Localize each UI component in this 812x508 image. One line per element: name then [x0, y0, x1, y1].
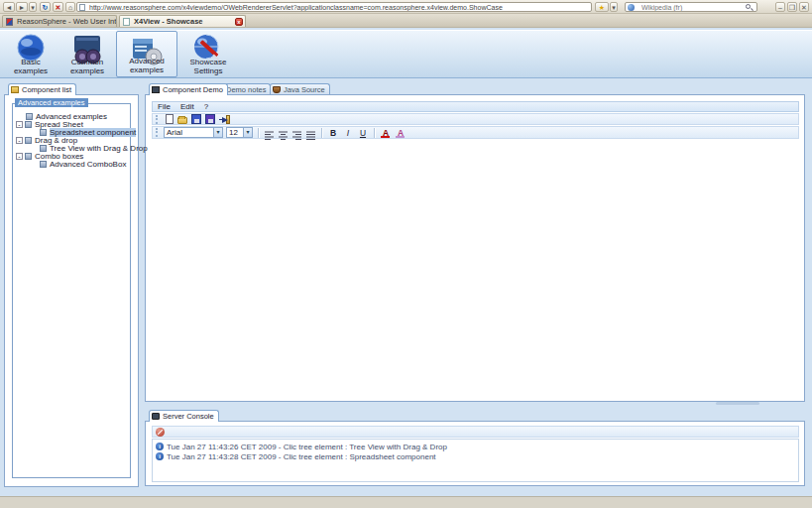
minimize-button[interactable]: – [775, 2, 785, 12]
bookmark-dropdown-icon[interactable]: ▾ [610, 2, 618, 12]
exit-icon[interactable] [219, 114, 230, 125]
back-icon[interactable]: ◄ [3, 2, 15, 12]
toolbar-separator [258, 128, 259, 138]
launcher-label: Basic examples [4, 58, 58, 75]
bookmark-star-icon[interactable]: ★ [595, 2, 609, 12]
launcher-showcase-settings[interactable]: Showcase Settings [179, 31, 237, 77]
collapse-icon[interactable]: - [16, 137, 23, 144]
component-icon [25, 137, 32, 144]
tree-item-label: Advanced ComboBox [50, 160, 126, 169]
home-icon[interactable]: ⌂ [65, 2, 75, 12]
align-justify-icon[interactable] [305, 127, 316, 138]
font-color-button[interactable]: A [380, 128, 392, 138]
search-icon[interactable] [746, 4, 751, 9]
collapse-icon[interactable]: - [16, 153, 23, 160]
stop-icon[interactable]: ✕ [53, 2, 63, 12]
groupbox-legend: Advanced examples [15, 98, 88, 107]
tab-label: Server Console [163, 412, 214, 421]
launcher-label: Common examples [59, 58, 115, 75]
font-size-value: 12 [229, 128, 238, 137]
close-button[interactable]: ✕ [799, 2, 809, 12]
browser-tab-reasonsphere[interactable]: ReasonSphere - Web User Interface Fr... [2, 15, 117, 27]
font-size-select[interactable]: 12 ▾ [226, 127, 253, 138]
search-input[interactable] [625, 2, 757, 12]
browser-tab-label: X4View - Showcase [134, 17, 202, 26]
tree-item-advanced-combobox[interactable]: Advanced ComboBox [40, 161, 126, 169]
highlight-color-button[interactable]: A [395, 128, 406, 138]
toolbar-grip[interactable] [156, 115, 159, 124]
font-color-swatch [381, 136, 390, 138]
tab-label: Component Demo [163, 85, 223, 94]
component-icon [40, 129, 47, 136]
open-folder-icon[interactable] [177, 114, 188, 125]
toolbar-separator [321, 128, 322, 138]
tab-component-demo[interactable]: Component Demo [149, 83, 228, 95]
splitter-handle[interactable] [716, 402, 759, 405]
save-as-icon[interactable] [205, 114, 216, 125]
clear-console-icon[interactable] [156, 428, 165, 437]
log-entry: iTue Jan 27 11:43:26 CET 2009 - Clic tre… [156, 443, 447, 451]
chevron-down-icon[interactable]: ▾ [213, 128, 222, 137]
browser-navbar: ◄ ► ▾ ↻ ✕ ⌂ ★ ▾ – ❐ ✕ [0, 0, 812, 14]
log-entry-text: Tue Jan 27 11:43:26 CET 2009 - Clic tree… [167, 443, 447, 451]
page-favicon-icon [123, 18, 130, 26]
font-family-value: Arial [167, 128, 182, 137]
highlight-swatch [396, 136, 405, 138]
search-engine-icon[interactable] [628, 4, 635, 11]
format-toolbar: Arial ▾ 12 ▾ B I U A A [152, 126, 799, 139]
tab-close-icon[interactable]: x [235, 18, 243, 26]
tab-server-console[interactable]: Server Console [149, 410, 219, 422]
align-left-icon[interactable] [264, 127, 275, 138]
forward-icon[interactable]: ► [16, 2, 28, 12]
file-toolbar [152, 113, 799, 125]
component-demo-panel [145, 94, 805, 402]
tab-label: Component list [22, 85, 71, 94]
new-document-icon[interactable] [164, 114, 174, 125]
launcher-label: Showcase Settings [179, 58, 237, 75]
page-favicon-icon [79, 4, 85, 11]
italic-button[interactable]: I [342, 128, 354, 138]
component-icon [40, 161, 47, 168]
menu-file[interactable]: File [158, 102, 171, 111]
align-center-icon[interactable] [278, 127, 289, 138]
info-icon: i [156, 443, 164, 450]
toolbar-grip[interactable] [156, 128, 159, 137]
java-source-icon [273, 86, 281, 93]
tab-component-list[interactable]: Component list [8, 83, 76, 95]
launcher-label: Advanced examples [117, 57, 176, 74]
component-icon [40, 145, 47, 152]
tab-label: Demo notes [226, 85, 266, 94]
component-icon [25, 153, 32, 160]
server-console-icon [152, 413, 160, 420]
menu-help[interactable]: ? [204, 102, 208, 111]
refresh-icon[interactable]: ↻ [40, 2, 51, 12]
url-input[interactable] [76, 2, 592, 12]
log-entry: iTue Jan 27 11:43:28 CET 2009 - Clic tre… [156, 452, 436, 461]
chevron-down-icon[interactable]: ▾ [243, 128, 252, 137]
browser-tab-showcase[interactable]: X4View - Showcase x [119, 15, 246, 27]
browser-tabbar: ReasonSphere - Web User Interface Fr... … [0, 14, 812, 28]
toolbar-separator [374, 128, 375, 138]
browser-tab-label: ReasonSphere - Web User Interface Fr... [17, 17, 117, 26]
launcher-common-examples[interactable]: Common examples [59, 31, 115, 77]
restore-button[interactable]: ❐ [787, 2, 797, 12]
component-demo-icon [152, 86, 160, 93]
menu-bar: File Edit ? [152, 101, 799, 112]
font-family-select[interactable]: Arial ▾ [164, 127, 223, 138]
align-right-icon[interactable] [291, 127, 302, 138]
launcher-advanced-examples[interactable]: Advanced examples [116, 31, 177, 77]
save-icon[interactable] [191, 114, 202, 125]
bold-button[interactable]: B [327, 128, 339, 138]
collapse-icon[interactable]: - [16, 121, 23, 128]
underline-button[interactable]: U [357, 128, 369, 138]
launcher-basic-examples[interactable]: Basic examples [4, 31, 58, 77]
info-icon: i [156, 452, 164, 460]
reasonsphere-favicon-icon [6, 18, 13, 26]
component-icon [26, 113, 33, 120]
menu-edit[interactable]: Edit [180, 102, 194, 111]
history-dropdown-icon[interactable]: ▾ [29, 2, 37, 12]
log-entry-text: Tue Jan 27 11:43:28 CET 2009 - Clic tree… [167, 452, 436, 461]
console-toolbar [152, 426, 799, 438]
component-list-icon [11, 86, 19, 93]
status-strip [0, 496, 812, 508]
